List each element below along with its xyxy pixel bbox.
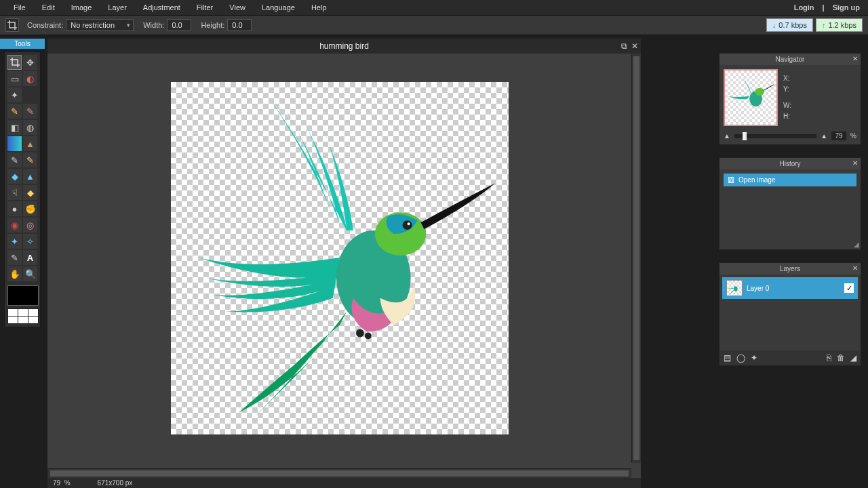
blur-tool[interactable]: ◆ [7, 169, 22, 184]
layer-styles-icon[interactable]: ✦ [751, 353, 757, 363]
constraint-label: Constraint: [27, 21, 63, 29]
layer-name: Layer 0 [747, 285, 769, 292]
menu-help[interactable]: Help [303, 1, 335, 14]
constraint-dropdown[interactable]: No restriction [66, 19, 134, 31]
svg-point-7 [755, 88, 764, 96]
menu-bar: File Edit Image Layer Adjustment Filter … [0, 0, 868, 15]
gradient-tool[interactable] [7, 136, 22, 151]
canvas[interactable] [171, 82, 509, 434]
tools-panel: ✥ ▭◐ ✦ ✎✎ ◧◍ ▲ ✎✎ ◆▲ ☟◆ ●✊ ◉◎ ✦✧ ✎A ✋🔍 [4, 52, 41, 327]
options-bar: Constraint: No restriction Width: 0.0 He… [0, 15, 868, 35]
move-tool[interactable]: ✥ [23, 55, 37, 70]
close-icon[interactable]: ✕ [631, 41, 638, 51]
foreground-color[interactable] [7, 285, 39, 306]
canvas-viewport[interactable] [47, 54, 631, 463]
zoom-value[interactable]: 79 [831, 131, 846, 140]
canvas-area: humming bird ⧉ ✕ [47, 39, 641, 478]
login-link[interactable]: Login [791, 3, 817, 12]
menu-language[interactable]: Language [254, 1, 303, 14]
document-title-bar: humming bird ⧉ ✕ [47, 39, 641, 54]
eyedrop-tool[interactable]: ✎ [7, 250, 22, 265]
width-input[interactable]: 0.0 [167, 19, 191, 31]
popout-icon[interactable]: ⧉ [621, 41, 627, 51]
layer-visibility-checkbox[interactable]: ✓ [844, 283, 854, 293]
vertical-scrollbar[interactable] [631, 54, 641, 463]
layers-close-icon[interactable]: ✕ [852, 264, 858, 272]
layer-item[interactable]: Layer 0 ✓ [722, 277, 858, 299]
crop-tool-icon [5, 18, 19, 32]
height-label: Height: [201, 21, 224, 29]
new-layer-icon[interactable]: ▤ [724, 353, 731, 363]
layers-footer: ▤ ◯ ✦ ⎘ 🗑 ◢ [719, 350, 861, 365]
type-tool[interactable]: A [23, 250, 37, 265]
status-zoom: 79 % [53, 479, 71, 487]
menu-file[interactable]: File [5, 1, 34, 14]
replace-color-tool[interactable]: ✎ [7, 152, 22, 167]
history-panel: History✕ 🖼 Open image ◢ [719, 157, 861, 250]
layers-header: Layers✕ [719, 263, 861, 274]
svg-point-2 [402, 220, 412, 230]
marquee-tool[interactable]: ▭ [7, 71, 22, 86]
stamp-tool[interactable]: ▲ [23, 136, 37, 151]
svg-point-5 [364, 333, 371, 340]
resize-handle-icon[interactable]: ◢ [854, 241, 859, 248]
menu-layer[interactable]: Layer [100, 1, 135, 14]
layers-resize-icon[interactable]: ◢ [850, 353, 856, 363]
upload-value: 1.2 kbps [828, 21, 856, 29]
dodge-tool[interactable]: ● [7, 201, 22, 216]
zoom-tool[interactable]: 🔍 [23, 266, 37, 281]
status-dimensions: 671x700 px [98, 479, 133, 487]
bloat-tool[interactable]: ✦ [7, 234, 22, 249]
tools-panel-title: Tools [0, 39, 45, 49]
color-swatches[interactable] [7, 308, 39, 324]
navigator-panel: Navigator✕ X: Y: W: [719, 53, 861, 145]
auth-links: Login | Sign up [791, 3, 863, 12]
wand-tool[interactable]: ✦ [7, 87, 22, 102]
history-header: History✕ [719, 158, 861, 169]
menu-edit[interactable]: Edit [34, 1, 63, 14]
menu-filter[interactable]: Filter [189, 1, 221, 14]
download-value: 0.7 kbps [778, 21, 807, 29]
mask-icon[interactable]: ◯ [736, 353, 745, 363]
status-bar: 79 % 671x700 px [47, 478, 641, 488]
hand-tool[interactable]: ✋ [7, 266, 22, 281]
layers-panel: Layers✕ Layer 0 ✓ ▤ ◯ ✦ ⎘ [719, 262, 861, 366]
bucket-tool[interactable]: ◍ [23, 120, 37, 135]
smudge-tool[interactable]: ☟ [7, 185, 22, 200]
sharpen-tool[interactable]: ▲ [23, 169, 37, 184]
history-close-icon[interactable]: ✕ [852, 159, 858, 167]
zoom-in-icon[interactable]: ▲ [821, 132, 827, 140]
svg-point-3 [407, 222, 410, 225]
duplicate-layer-icon[interactable]: ⎘ [827, 353, 831, 363]
width-label: Width: [143, 21, 164, 29]
history-item[interactable]: 🖼 Open image [724, 174, 856, 186]
open-image-icon: 🖼 [728, 176, 734, 184]
horizontal-scrollbar[interactable] [47, 468, 631, 478]
sponge-tool[interactable]: ◆ [23, 185, 37, 200]
draw-tool[interactable]: ✎ [23, 152, 37, 167]
zoom-out-icon[interactable]: ▲ [724, 132, 730, 140]
brush-tool[interactable]: ✎ [23, 104, 37, 119]
zoom-slider[interactable] [734, 134, 816, 138]
burn-tool[interactable]: ✊ [23, 201, 37, 216]
menu-view[interactable]: View [221, 1, 254, 14]
navigator-thumbnail[interactable] [724, 69, 778, 126]
eraser-tool[interactable]: ◧ [7, 120, 22, 135]
history-item-label: Open image [738, 176, 775, 184]
height-input[interactable]: 0.0 [227, 19, 252, 31]
pinch-tool[interactable]: ✧ [23, 234, 37, 249]
signup-link[interactable]: Sign up [830, 3, 863, 12]
upload-speed: ↑1.2 kbps [816, 18, 863, 32]
menu-items: File Edit Image Layer Adjustment Filter … [5, 1, 335, 14]
menu-adjustment[interactable]: Adjustment [135, 1, 189, 14]
menu-image[interactable]: Image [63, 1, 100, 14]
crop-tool[interactable] [7, 55, 22, 70]
image-content [171, 82, 509, 433]
navigator-close-icon[interactable]: ✕ [852, 55, 858, 62]
redeye-tool[interactable]: ◉ [7, 218, 22, 232]
delete-layer-icon[interactable]: 🗑 [837, 353, 845, 363]
spot-heal-tool[interactable]: ◎ [23, 218, 37, 232]
network-indicators: ↓0.7 kbps ↑1.2 kbps [766, 18, 863, 32]
pencil-tool[interactable]: ✎ [7, 104, 22, 119]
lasso-tool[interactable]: ◐ [23, 71, 37, 86]
